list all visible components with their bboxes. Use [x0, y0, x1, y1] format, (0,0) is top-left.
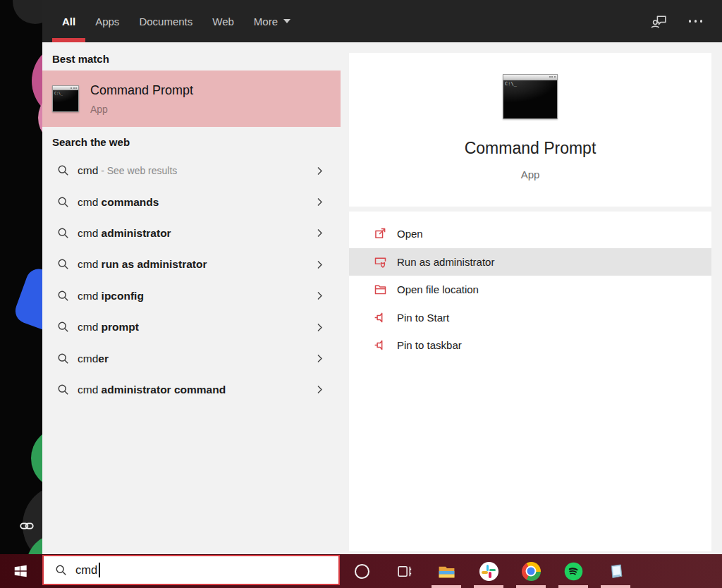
slack-icon — [479, 562, 498, 581]
search-web-header: Search the web — [52, 136, 130, 148]
tab-more[interactable]: More — [244, 0, 300, 42]
pin-icon — [373, 338, 388, 353]
taskbar: cmd — [0, 554, 722, 588]
task-view-icon — [396, 563, 413, 580]
feedback-icon[interactable] — [650, 13, 668, 30]
cmd-prompt-text: C:\_ — [505, 81, 517, 87]
action-label: Run as administrator — [397, 256, 494, 268]
tab-documents-label: Documents — [139, 16, 192, 27]
suggestion-row[interactable]: cmd prompt — [42, 312, 341, 343]
taskbar-apps — [345, 554, 632, 588]
filter-tabs: All Apps Documents Web More — [52, 0, 300, 42]
suggestion-text: cmder — [78, 353, 109, 365]
suggestion-text: cmd prompt — [78, 321, 139, 333]
cortana-button[interactable] — [345, 554, 379, 588]
best-match-header: Best match — [52, 53, 109, 65]
notepad-icon — [606, 562, 625, 581]
running-indicator — [601, 585, 630, 588]
search-results-pane: Best match C:\_ Command Prompt App Searc… — [42, 42, 341, 554]
chrome-button[interactable] — [514, 554, 548, 588]
cortana-icon — [355, 564, 369, 579]
tab-all-label: All — [62, 16, 75, 27]
taskbar-search-input[interactable]: cmd — [42, 555, 340, 585]
suggestion-text: cmd administrator — [78, 227, 171, 240]
pin-icon — [373, 310, 388, 325]
running-indicator — [516, 585, 546, 588]
search-icon — [56, 320, 71, 334]
suggestion-text: cmd administrator command — [78, 384, 226, 396]
spotify-icon — [564, 562, 583, 581]
suggestion-row[interactable]: cmd administrator — [42, 218, 341, 249]
tab-all[interactable]: All — [52, 0, 85, 42]
chevron-right-icon[interactable] — [314, 290, 325, 301]
action-pin-to-taskbar[interactable]: Pin to taskbar — [349, 331, 711, 360]
action-open[interactable]: Open — [349, 220, 711, 248]
chevron-right-icon[interactable] — [314, 259, 325, 270]
search-icon — [56, 195, 71, 209]
search-input-value: cmd — [75, 563, 97, 577]
cmd-prompt-text: C:\_ — [54, 91, 63, 95]
suggestion-row[interactable]: cmd - See web results — [42, 155, 341, 186]
command-prompt-icon-large: C:\_ — [503, 74, 558, 119]
suggestion-row[interactable]: cmd commands — [42, 186, 341, 217]
app-title: Command Prompt — [349, 139, 711, 158]
suggestion-text: cmd - See web results — [78, 164, 177, 177]
suggestion-text: cmd run as administrator — [78, 258, 207, 271]
best-match-result[interactable]: C:\_ Command Prompt App — [42, 71, 341, 127]
app-subtitle: App — [349, 169, 711, 180]
suggestion-row[interactable]: cmd administrator command — [42, 374, 341, 405]
search-icon — [56, 257, 71, 271]
file-explorer-button[interactable] — [429, 554, 463, 588]
chevron-right-icon[interactable] — [314, 353, 325, 364]
running-indicator — [558, 585, 588, 588]
action-pin-to-start[interactable]: Pin to Start — [349, 304, 711, 332]
chevron-right-icon[interactable] — [314, 322, 325, 333]
app-preview-card: C:\_ Command Prompt App — [349, 53, 711, 207]
search-icon — [56, 383, 71, 397]
suggestion-row[interactable]: cmder — [42, 343, 341, 374]
more-options-icon[interactable] — [689, 20, 703, 23]
search-icon — [56, 226, 71, 240]
start-button[interactable] — [0, 554, 41, 588]
suggestion-row[interactable]: cmd run as administrator — [42, 249, 341, 280]
best-match-subtitle: App — [90, 104, 108, 115]
tab-web-label: Web — [212, 16, 234, 27]
preview-pane: C:\_ Command Prompt App Open Run as admi… — [341, 42, 722, 554]
action-label: Open file location — [397, 283, 479, 295]
action-label: Pin to Start — [397, 312, 449, 324]
text-caret — [99, 563, 100, 577]
task-view-button[interactable] — [387, 554, 421, 588]
tab-more-label: More — [254, 16, 278, 27]
web-suggestions-list: cmd - See web results cmd commands cmd a… — [42, 155, 341, 405]
notepad-button[interactable] — [599, 554, 632, 588]
shield-window-icon — [373, 255, 388, 269]
action-run-as-administrator[interactable]: Run as administrator — [349, 248, 711, 276]
search-filter-bar: All Apps Documents Web More — [42, 0, 722, 42]
file-explorer-icon — [437, 562, 456, 581]
spotify-button[interactable] — [556, 554, 590, 588]
slack-button[interactable] — [472, 554, 506, 588]
chevron-right-icon[interactable] — [314, 197, 325, 207]
search-icon — [54, 563, 68, 577]
chevron-down-icon — [283, 19, 290, 23]
suggestion-text: cmd commands — [78, 196, 159, 209]
best-match-title: Command Prompt — [90, 83, 193, 98]
tab-apps[interactable]: Apps — [85, 0, 129, 42]
chevron-right-icon[interactable] — [314, 166, 325, 176]
open-icon — [373, 226, 388, 241]
tab-documents[interactable]: Documents — [129, 0, 202, 42]
windows-logo-icon — [13, 563, 28, 579]
link-icon — [19, 518, 35, 534]
tab-web[interactable]: Web — [202, 0, 244, 42]
suggestion-row[interactable]: cmd ipconfig — [42, 281, 341, 312]
running-indicator — [474, 585, 503, 588]
app-actions-card: Open Run as administrator Open file loca… — [349, 212, 711, 551]
topbar-actions — [650, 0, 703, 42]
suggestion-text: cmd ipconfig — [78, 290, 144, 302]
tab-apps-label: Apps — [95, 16, 119, 27]
action-open-file-location[interactable]: Open file location — [349, 276, 711, 304]
search-icon — [56, 164, 71, 178]
search-icon — [56, 289, 71, 303]
chevron-right-icon[interactable] — [314, 384, 325, 395]
chevron-right-icon[interactable] — [314, 228, 325, 238]
